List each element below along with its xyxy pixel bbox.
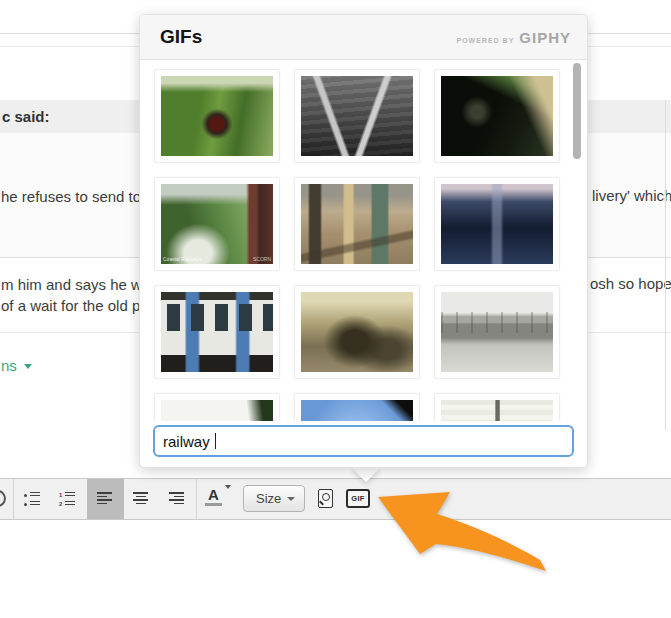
preview-button[interactable] [318,489,333,508]
toolbar-separator [196,479,197,519]
ordered-list-button[interactable]: 1 2 [59,492,76,506]
align-left-icon [97,492,112,506]
gif-search-input[interactable] [153,425,574,457]
font-size-dropdown[interactable]: Size [243,485,305,512]
quote-text-right: livery' which c [592,187,671,204]
chevron-down-icon [225,485,231,489]
gif-thumbnail [301,184,413,264]
gif-result[interactable] [434,69,560,163]
gif-watermark: SCORN [253,257,271,262]
font-color-icon: A [205,487,222,506]
gif-results-grid: Coastal Railways SCORN [140,59,589,421]
chevron-down-icon [287,497,295,501]
gif-result[interactable] [154,69,280,163]
gif-result[interactable] [434,285,560,379]
gif-thumbnail [301,400,413,421]
popup-title: GIFs [160,26,202,48]
gif-thumbnail: Coastal Railways SCORN [161,184,273,264]
gif-result[interactable] [154,285,280,379]
font-size-label: Size [256,491,281,506]
font-color-button[interactable]: A [205,487,225,509]
gif-result[interactable]: Coastal Railways SCORN [154,177,280,271]
gif-watermark: Coastal Railways [163,257,201,262]
align-center-button[interactable] [133,492,148,506]
gif-thumbnail [301,292,413,372]
gif-thumbnail [441,76,553,156]
reply-text-line1-left: m him and says he will [1,276,152,293]
powered-by-label: POWERED BY [456,37,514,44]
gif-thumbnail [441,184,553,264]
gif-thumbnail [441,292,553,372]
popup-header: GIFs POWERED BY GIPHY [140,15,587,60]
smiley-icon[interactable] [0,490,6,507]
reply-text-line2: of a wait for the old pa [1,297,149,314]
gif-thumbnail [161,400,273,421]
gif-result[interactable] [294,285,420,379]
arrow-shape [378,492,546,571]
screen: c said: he refuses to send to y livery' … [0,0,671,618]
gif-thumbnail [161,292,273,372]
gif-thumbnail [441,400,553,421]
gif-picker-popup: GIFs POWERED BY GIPHY Coastal Railways S… [139,14,588,468]
gif-result[interactable] [434,177,560,271]
gif-result[interactable] [294,393,420,421]
quote-attribution-text: c said: [2,108,50,125]
bullet-list-icon [24,492,41,498]
gif-button[interactable]: GIF [346,489,370,508]
ordered-list-icon: 1 [59,492,76,498]
giphy-logo: GIPHY [519,29,571,46]
gif-button-label: GIF [351,494,364,503]
scrollbar-thumb[interactable] [573,63,581,159]
gif-result[interactable] [154,393,280,421]
toolbar-separator [13,479,14,519]
reply-text-line1-right: osh so hopefu [590,275,671,292]
gif-result[interactable] [294,69,420,163]
magnifier-icon [322,493,330,501]
quote-text-left: he refuses to send to y [1,188,153,205]
gif-thumbnail [161,76,273,156]
more-options-label: ns [1,357,17,374]
chevron-down-icon [24,364,32,369]
gif-thumbnail [301,76,413,156]
annotation-arrow [368,483,564,579]
more-options-link[interactable]: ns [1,357,32,374]
giphy-attribution: POWERED BY GIPHY [456,29,571,46]
bullet-list-button[interactable] [24,492,41,506]
gif-result[interactable] [434,393,560,421]
editor-right-border [665,100,666,430]
text-cursor [215,433,216,449]
editor-toolbar: 1 2 A Size GIF [0,478,671,520]
gif-search-area [153,425,574,457]
align-right-button[interactable] [169,492,184,506]
gif-result[interactable] [294,177,420,271]
